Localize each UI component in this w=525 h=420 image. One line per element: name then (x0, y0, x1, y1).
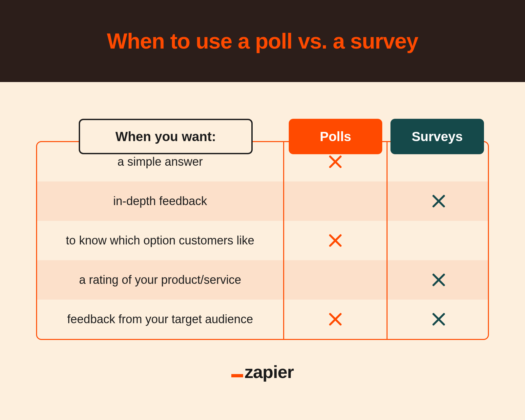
row-label: in-depth feedback (37, 181, 283, 221)
table-row: a rating of your product/service (37, 260, 488, 300)
cell-surveys (387, 181, 490, 221)
table-row: feedback from your target audience (37, 300, 488, 339)
table-frame: a simple answerin-depth feedbackto know … (36, 141, 489, 340)
logo-wordmark: zapier (244, 363, 294, 381)
cell-surveys (387, 221, 490, 260)
cell-polls (283, 181, 387, 221)
cell-polls (283, 300, 387, 339)
logo-underscore-icon (231, 374, 243, 377)
infographic-canvas: When to use a poll vs. a survey When you… (0, 0, 525, 420)
header-pill-surveys: Surveys (390, 119, 484, 154)
cell-polls (283, 260, 387, 300)
x-icon (431, 311, 447, 327)
row-label: a rating of your product/service (37, 260, 283, 300)
zapier-logo: zapier (231, 363, 294, 381)
header-label-surveys: Surveys (412, 129, 463, 144)
row-label: feedback from your target audience (37, 300, 283, 339)
header-label-want: When you want: (116, 129, 216, 144)
header-band: When to use a poll vs. a survey (0, 0, 525, 82)
header-pill-when-you-want: When you want: (79, 119, 253, 154)
header-pill-polls: Polls (289, 119, 382, 154)
x-icon (431, 272, 447, 288)
cell-surveys (387, 300, 490, 339)
table-row: in-depth feedback (37, 181, 488, 221)
header-label-polls: Polls (320, 129, 351, 144)
x-icon (327, 311, 343, 327)
cell-polls (283, 221, 387, 260)
table-row: to know which option customers like (37, 221, 488, 260)
cell-surveys (387, 260, 490, 300)
comparison-table: When you want: Polls Surveys a simple an… (36, 141, 489, 340)
x-icon (327, 233, 343, 248)
row-label: to know which option customers like (37, 221, 283, 260)
page-title: When to use a poll vs. a survey (107, 29, 418, 53)
x-icon (327, 154, 343, 170)
x-icon (431, 193, 447, 209)
